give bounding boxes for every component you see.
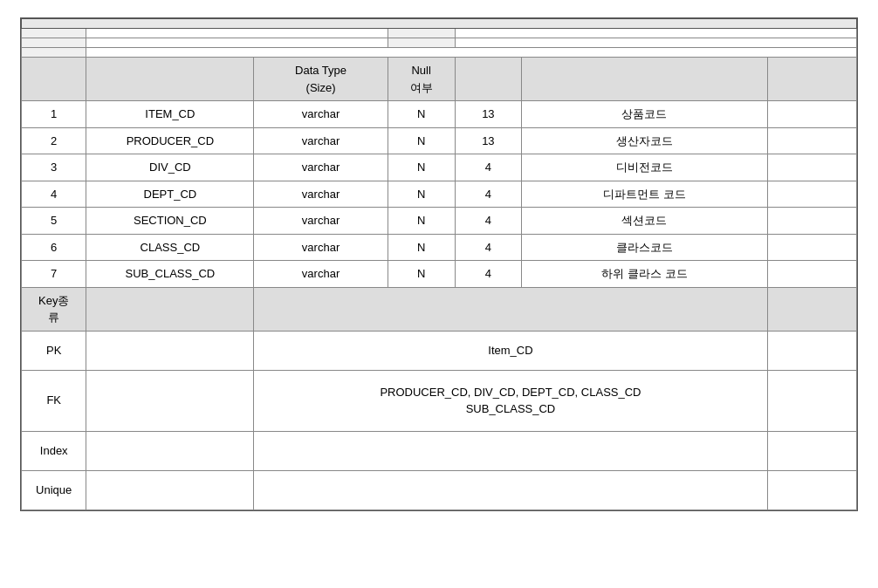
key-note-header: [767, 287, 856, 331]
cell-note: [767, 234, 856, 261]
key-note: [767, 470, 856, 509]
table-row: 7 SUB_CLASS_CD varchar N 4 하위 클라스 코드: [22, 261, 857, 288]
cell-size: 4: [455, 261, 522, 288]
table-row: 3 DIV_CD varchar N 4 디비전코드: [22, 154, 857, 181]
key-note: [767, 331, 856, 370]
key-row: PK Item_CD: [22, 331, 857, 370]
cell-note: [767, 208, 856, 235]
column-header-row: Data Type(Size) Null여부: [22, 58, 857, 101]
cell-size: 4: [455, 181, 522, 208]
cell-null: N: [388, 261, 455, 288]
key-name-header: [86, 287, 254, 331]
cell-note: [767, 127, 856, 154]
cell-colid: SUB_CLASS_CD: [86, 261, 254, 288]
key-row: FK PRODUCER_CD, DIV_CD, DEPT_CD, CLASS_C…: [22, 370, 857, 431]
cell-size: 4: [455, 234, 522, 261]
header-null: Null여부: [388, 58, 455, 101]
header-num: [22, 58, 86, 101]
project-row: [22, 29, 857, 38]
cell-num: 2: [22, 127, 86, 154]
cell-note: [767, 261, 856, 288]
header-detail: [522, 58, 767, 101]
table-row: 6 CLASS_CD varchar N 4 클라스코드: [22, 234, 857, 261]
table-row: 5 SECTION_CD varchar N 4 섹션코드: [22, 208, 857, 235]
tabledesc-row: [22, 48, 857, 58]
cell-size: 4: [455, 208, 522, 235]
table-row: 1 ITEM_CD varchar N 13 상품코드: [22, 101, 857, 128]
header-size: [455, 58, 522, 101]
cell-detail: 디비전코드: [522, 154, 767, 181]
cell-num: 3: [22, 154, 86, 181]
key-header-row: Key종류: [22, 287, 857, 331]
cell-colid: ITEM_CD: [86, 101, 254, 128]
cell-null: N: [388, 181, 455, 208]
cell-detail: 하위 클라스 코드: [522, 261, 767, 288]
key-column: Item_CD: [254, 331, 767, 370]
cell-datatype: varchar: [254, 181, 388, 208]
project-label: [22, 29, 86, 38]
key-note: [767, 370, 856, 431]
table-name-label: [22, 38, 86, 48]
title-row: [22, 19, 857, 29]
project-value: [86, 29, 388, 38]
cell-datatype: varchar: [254, 154, 388, 181]
cell-colid: SECTION_CD: [86, 208, 254, 235]
cell-null: N: [388, 127, 455, 154]
cell-datatype: varchar: [254, 101, 388, 128]
header-datatype: Data Type(Size): [254, 58, 388, 101]
key-name: [86, 431, 254, 470]
cell-num: 7: [22, 261, 86, 288]
cell-num: 4: [22, 181, 86, 208]
key-type: PK: [22, 331, 86, 370]
business-label: [388, 29, 455, 38]
cell-detail: 디파트먼트 코드: [522, 181, 767, 208]
header-note: [767, 58, 856, 101]
key-note: [767, 431, 856, 470]
cell-colid: PRODUCER_CD: [86, 127, 254, 154]
key-name: [86, 331, 254, 370]
cell-datatype: varchar: [254, 261, 388, 288]
cell-size: 13: [455, 101, 522, 128]
key-column-header: [254, 287, 767, 331]
table-id-value: [455, 38, 856, 48]
cell-detail: 생산자코드: [522, 127, 767, 154]
cell-num: 1: [22, 101, 86, 128]
cell-null: N: [388, 101, 455, 128]
key-type: Unique: [22, 470, 86, 509]
cell-datatype: varchar: [254, 208, 388, 235]
cell-colid: DEPT_CD: [86, 181, 254, 208]
cell-num: 6: [22, 234, 86, 261]
cell-colid: CLASS_CD: [86, 234, 254, 261]
cell-detail: 클라스코드: [522, 234, 767, 261]
table-name-value: [86, 38, 388, 48]
key-type: FK: [22, 370, 86, 431]
key-type-header: Key종류: [22, 287, 86, 331]
cell-null: N: [388, 234, 455, 261]
key-row: Index: [22, 431, 857, 470]
key-column: PRODUCER_CD, DIV_CD, DEPT_CD, CLASS_CDSU…: [254, 370, 767, 431]
table-spec: Data Type(Size) Null여부 1 ITEM_CD varchar…: [20, 17, 858, 511]
cell-detail: 상품코드: [522, 101, 767, 128]
table-desc-label: [22, 48, 86, 58]
tablename-row: [22, 38, 857, 48]
key-name: [86, 370, 254, 431]
key-type: Index: [22, 431, 86, 470]
cell-null: N: [388, 154, 455, 181]
cell-num: 5: [22, 208, 86, 235]
cell-note: [767, 154, 856, 181]
key-row: Unique: [22, 470, 857, 509]
table-desc-value: [86, 48, 857, 58]
key-column: [254, 431, 767, 470]
table-row: 4 DEPT_CD varchar N 4 디파트먼트 코드: [22, 181, 857, 208]
cell-size: 13: [455, 127, 522, 154]
cell-null: N: [388, 208, 455, 235]
cell-datatype: varchar: [254, 234, 388, 261]
table-row: 2 PRODUCER_CD varchar N 13 생산자코드: [22, 127, 857, 154]
key-name: [86, 470, 254, 509]
business-value: [455, 29, 856, 38]
header-colid: [86, 58, 254, 101]
cell-colid: DIV_CD: [86, 154, 254, 181]
cell-note: [767, 181, 856, 208]
cell-note: [767, 101, 856, 128]
key-column: [254, 470, 767, 509]
